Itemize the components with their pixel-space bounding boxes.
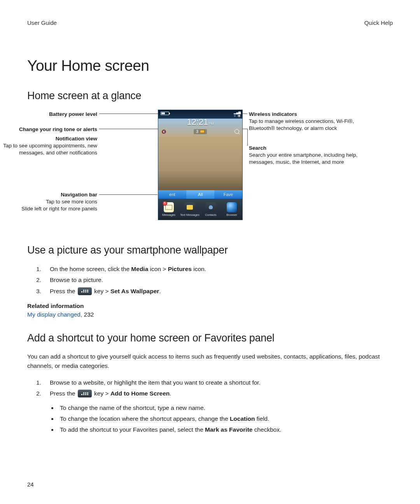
header-right: Quick Help [364, 19, 393, 26]
phone-subbar: 🔇 3 [158, 128, 242, 135]
wallpaper-steps: On the home screen, click the Media icon… [27, 264, 393, 296]
phone-nav-bar: ent All Fave [158, 190, 242, 199]
section-heading-wallpaper: Use a picture as your smartphone wallpap… [27, 244, 393, 256]
battery-icon [161, 112, 169, 115]
page-header: User Guide Quick Help [27, 19, 393, 26]
callout-line [247, 129, 248, 146]
shortcut-bullet-3: To add the shortcut to your Favorites pa… [58, 425, 393, 435]
shortcut-bullets: To change the name of the shortcut, type… [27, 403, 393, 435]
home-screen-diagram: Battery power level Change your ring ton… [27, 110, 393, 230]
related-info-heading: Related information [27, 303, 393, 310]
dock-contacts: Contacts [200, 199, 221, 220]
shortcut-steps: Browse to a website, or highlight the it… [27, 378, 393, 399]
menu-key-icon [78, 390, 92, 397]
section-heading-shortcut: Add a shortcut to your home screen or Fa… [27, 332, 393, 344]
shortcut-step-2: Press the key > Add to Home Screen. [43, 388, 393, 399]
page-title: Your Home screen [27, 57, 393, 74]
callout-notification: Notification view Tap to see upcoming ap… [0, 135, 97, 157]
shortcut-intro: You can add a shortcut to give yourself … [27, 352, 393, 371]
related-link-row: My display changed, 232 [27, 311, 393, 318]
callout-line [99, 194, 158, 195]
shortcut-bullet-2: To change the location where the shortcu… [58, 414, 393, 424]
related-page: 232 [84, 311, 94, 318]
dock-browser: Browser [221, 199, 242, 220]
search-icon [234, 129, 239, 134]
sound-icon: 🔇 [161, 130, 166, 134]
callout-wireless: Wireless indicators Tap to manage wirele… [249, 111, 369, 132]
phone-clock: 12:21PM [158, 117, 242, 127]
callout-search: Search Search your entire smartphone, in… [249, 145, 369, 166]
callout-line [99, 129, 161, 129]
callout-line [99, 114, 159, 114]
page-number: 24 [27, 481, 34, 488]
nav-tab-left: ent [158, 190, 186, 199]
callout-navbar: Navigation bar Tap to see more icons Sli… [0, 191, 97, 213]
dock-text-messages: Text Messages [179, 199, 200, 220]
wallpaper-step-1: On the home screen, click the Media icon… [43, 264, 393, 274]
dock-messages: Messages [158, 199, 179, 220]
section-heading-glance: Home screen at a glance [27, 90, 393, 102]
phone-dock: Messages Text Messages Contacts Browser [158, 199, 242, 220]
wallpaper-step-3: Press the key > Set As Wallpaper. [43, 286, 393, 296]
wallpaper-step-2: Browse to a picture. [43, 275, 393, 285]
shortcut-bullet-1: To change the name of the shortcut, type… [58, 403, 393, 413]
shortcut-step-1: Browse to a website, or highlight the it… [43, 378, 393, 388]
related-link[interactable]: My display changed, [27, 311, 84, 318]
menu-key-icon [78, 287, 92, 295]
notification-badge: 3 [194, 129, 207, 134]
header-left: User Guide [27, 19, 57, 26]
callout-ringtone: Change your ring tone or alerts [0, 126, 97, 133]
nav-tab-all: All [186, 190, 214, 199]
callout-battery: Battery power level [0, 111, 97, 118]
nav-tab-right: Fave [214, 190, 242, 199]
phone-mock: ▂▄▆ᯤ ✱ 12:21PM 🔇 3 ent All Fave Messages… [158, 110, 243, 220]
